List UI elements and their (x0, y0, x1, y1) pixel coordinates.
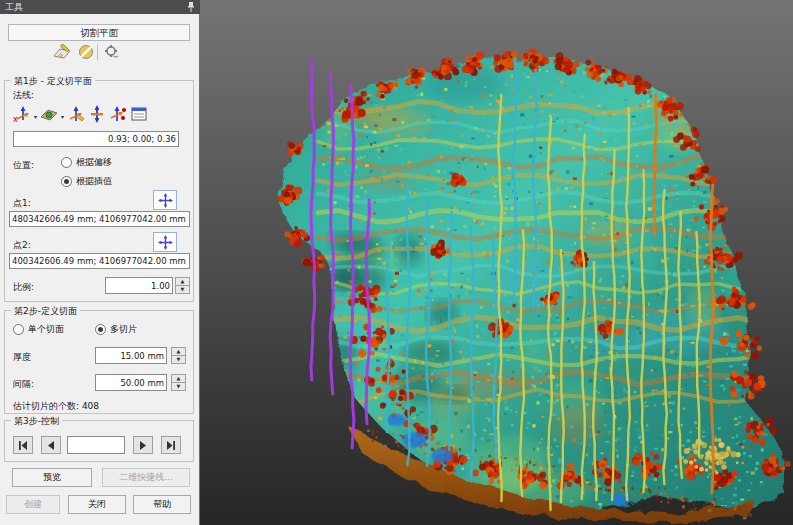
panel-titlebar: 工具 (0, 0, 200, 14)
panel-toolbar (0, 43, 200, 63)
previous-slice-button[interactable] (41, 436, 61, 454)
normal-icon-row: x ▾ ▾ (13, 105, 148, 127)
radio-by-value-label: 根据插值 (76, 175, 112, 188)
ratio-label: 比例: (13, 281, 34, 294)
slice-count-estimate: 估计切片的个数: 408 (13, 400, 99, 413)
normal-label: 法线: (13, 89, 34, 102)
normal-dialog-icon[interactable] (130, 105, 148, 127)
close-button[interactable]: 关闭 (68, 495, 126, 514)
normal-vector-input[interactable] (13, 131, 179, 147)
ratio-spinner[interactable]: ▲▼ (175, 277, 190, 295)
create-button[interactable]: 创建 (6, 495, 60, 514)
normal-from-plane-icon[interactable] (40, 105, 58, 127)
pick-point-icon (158, 235, 173, 250)
group-step2-legend: 第2步-定义切面 (11, 305, 80, 318)
dialog-header: 切割平面 (8, 24, 190, 41)
spacing-label: 间隔: (13, 378, 34, 391)
pin-icon[interactable] (187, 2, 195, 12)
thickness-spinner[interactable]: ▲▼ (171, 347, 186, 365)
planar-shortcut-button[interactable]: 二维快捷线... (102, 468, 190, 487)
normal-vertical-icon[interactable] (88, 105, 106, 127)
panel-title: 工具 (5, 2, 23, 12)
first-slice-button[interactable] (13, 436, 33, 454)
group-step1: 第1步 - 定义切平面 法线: x ▾ ▾ (4, 80, 194, 302)
hand-tool-icon[interactable] (102, 43, 122, 61)
radio-single-dot[interactable] (13, 324, 24, 335)
radio-multi-slices[interactable]: 多切片 (95, 323, 137, 336)
normal-from-axis-caret[interactable]: ▾ (34, 113, 37, 120)
preview-button[interactable]: 预览 (12, 468, 92, 487)
spin-down-icon[interactable]: ▼ (171, 355, 186, 364)
radio-multi-dot[interactable] (95, 324, 106, 335)
ratio-input[interactable] (105, 277, 173, 294)
thickness-label: 厚度 (13, 351, 31, 364)
normal-from-plane-caret[interactable]: ▾ (61, 113, 64, 120)
svg-text:x: x (13, 115, 18, 123)
radio-by-value-dot[interactable] (61, 176, 72, 187)
position-label: 位置: (13, 159, 34, 172)
spin-down-icon[interactable]: ▼ (175, 285, 190, 294)
slice-index-input[interactable] (67, 436, 125, 454)
spacing-input[interactable] (95, 374, 167, 391)
thickness-input[interactable] (95, 347, 167, 364)
group-step1-legend: 第1步 - 定义切平面 (11, 75, 95, 88)
radio-by-offset[interactable]: 根据偏移 (61, 156, 112, 169)
radio-single-section[interactable]: 单个切面 (13, 323, 64, 336)
point2-input[interactable] (9, 253, 190, 269)
spacing-spinner[interactable]: ▲▼ (171, 374, 186, 392)
group-step3-legend: 第3步-控制 (11, 415, 62, 428)
tool-panel: 工具 切割平面 (0, 0, 200, 525)
previous-icon (47, 441, 55, 450)
viewport-3d[interactable] (200, 0, 793, 525)
clip-sphere-icon[interactable] (76, 43, 96, 61)
point-cloud-scene (200, 0, 793, 525)
draw-plane-icon[interactable] (52, 43, 72, 61)
radio-by-offset-label: 根据偏移 (76, 156, 112, 169)
radio-single-label: 单个切面 (28, 323, 64, 336)
radio-by-offset-dot[interactable] (61, 157, 72, 168)
last-icon (166, 441, 176, 450)
point1-label: 点1: (13, 197, 31, 210)
next-icon (139, 441, 147, 450)
spin-down-icon[interactable]: ▼ (171, 382, 186, 391)
normal-edit-icon[interactable] (67, 105, 85, 127)
help-button[interactable]: 帮助 (133, 495, 191, 514)
last-slice-button[interactable] (161, 436, 181, 454)
radio-multi-label: 多切片 (110, 323, 137, 336)
group-step3: 第3步-控制 (4, 420, 194, 462)
first-icon (18, 441, 28, 450)
point1-input[interactable] (9, 211, 190, 227)
normal-from-axis-icon[interactable]: x (13, 105, 31, 127)
point2-label: 点2: (13, 239, 31, 252)
toolbar-separator (97, 44, 98, 60)
group-step2: 第2步-定义切面 单个切面 多切片 厚度 ▲▼ 间隔: ▲▼ 估计切片的个数: … (4, 310, 194, 414)
point1-pick-button[interactable] (153, 190, 177, 210)
normal-two-points-icon[interactable] (109, 105, 127, 127)
next-slice-button[interactable] (133, 436, 153, 454)
point2-pick-button[interactable] (153, 232, 177, 252)
radio-by-value[interactable]: 根据插值 (61, 175, 112, 188)
pick-point-icon (158, 193, 173, 208)
